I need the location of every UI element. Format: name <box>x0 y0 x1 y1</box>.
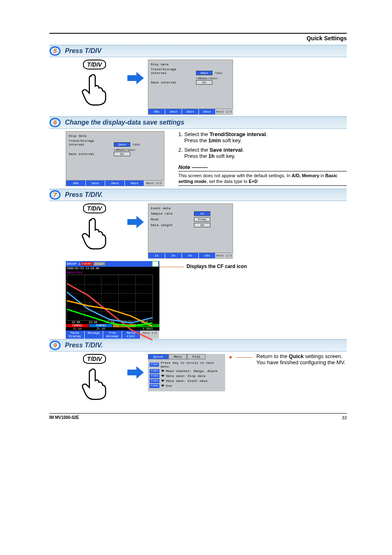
trend-screen: GROUP 1 EVENT 1hour 2008/01/23 13:58:08 … <box>66 261 159 335</box>
instr6-2: 2. Select the Save interval. Press the 1… <box>178 147 347 159</box>
softkey-10s[interactable]: 10s <box>199 253 216 258</box>
screen6-title: Disp data <box>69 134 161 138</box>
press-hand-icon <box>76 364 113 401</box>
screen5-row2-value[interactable]: 1h <box>196 80 212 85</box>
screen7-r3-label: Data length <box>151 223 194 227</box>
tdiv-chip-icon: T/DIV <box>150 384 159 388</box>
tdiv-chip-icon: T/DIV <box>150 374 159 378</box>
screen5-row1-value[interactable]: 1min <box>196 71 212 75</box>
screen7-r2-value[interactable]: Free <box>194 217 210 222</box>
softkey-next[interactable]: Next 1/3 <box>216 253 233 258</box>
trend-group: GROUP 1 <box>67 262 81 266</box>
tdiv-badge[interactable]: T/DIV <box>83 204 106 213</box>
softkey-5min[interactable]: 5min <box>125 180 145 186</box>
screen7-r3-value[interactable]: 1h <box>194 223 210 227</box>
screen6-row1-suffix: /div <box>132 143 140 146</box>
screen7-r2-label: Mode <box>151 217 194 221</box>
softkey-30s[interactable]: 30s <box>148 109 165 114</box>
tdiv-chip-icon: T/DIV <box>150 379 159 383</box>
arrow-right-icon <box>127 366 144 379</box>
callout9-line2: You have finished configuring the MV. <box>256 359 346 365</box>
svg-text:7: 7 <box>53 191 57 198</box>
trend-sub: 1min/div <box>66 270 159 275</box>
menu-item[interactable]: Meas channel: Range, Alarm <box>166 369 217 373</box>
disp-data-screen-5: Disp data Trend/Storage interval 1min /d… <box>148 60 233 115</box>
page-section-header: Quick Settings <box>49 35 347 42</box>
callout-line <box>236 357 252 358</box>
instr6-1: 1. Select the Trend/Storage interval. Pr… <box>178 131 347 143</box>
disp-data-screen-6: Disp data Trend/Storage interval 1min /d… <box>66 131 164 186</box>
screen5-row2-label: Save interval <box>151 81 194 84</box>
softkey-next[interactable]: Next 1/3 <box>144 180 164 186</box>
softkey-2s[interactable]: 2s <box>165 253 182 258</box>
trend-span-tag: 1hour <box>94 262 105 266</box>
step-5-title: Press T/DIV <box>65 47 101 55</box>
menu-item[interactable]: Data save: Event data <box>166 379 208 383</box>
tdiv-chip-icon: T/DIV <box>150 363 159 367</box>
softkey-1min[interactable]: 1min <box>165 109 182 114</box>
event-data-screen: Event data Sample rate1s ModeFree Data l… <box>148 204 233 259</box>
step-5-header: 5 Press T/DIV <box>49 45 347 57</box>
softkey-1min[interactable]: 1min <box>86 180 106 186</box>
tab-file[interactable]: File <box>187 354 205 359</box>
screen6-row2-value[interactable]: 1h <box>114 152 130 156</box>
callout-dot <box>229 356 232 358</box>
chevron-down-icon <box>161 385 164 387</box>
screen5-row1-suffix: /div <box>214 71 222 75</box>
tab-menu[interactable]: Menu <box>168 354 187 359</box>
svg-text:5: 5 <box>53 47 57 54</box>
svg-text:9: 9 <box>53 342 57 349</box>
chevron-down-icon <box>161 375 164 377</box>
screen6-row1-aux: <30dot/div> <box>114 148 161 152</box>
menu-hint: Press key to scroll to next menu. <box>161 361 224 368</box>
trend-timestamp: 2008/01/23 13:58:08 <box>66 267 159 270</box>
svg-text:6: 6 <box>53 119 57 126</box>
screen6-row1-value[interactable]: 1min <box>114 142 130 147</box>
softkey-next[interactable]: Next 1/3 <box>216 109 233 114</box>
note-text: This screen does not appear with the def… <box>178 173 347 185</box>
press-hand-icon <box>76 213 113 250</box>
chevron-down-icon <box>161 370 164 372</box>
step-7-title: Press T/DIV. <box>65 191 103 199</box>
tdiv-chip-icon: T/DIV <box>150 369 159 373</box>
softkey-5min[interactable]: 5min <box>199 109 216 114</box>
screen7-r1-value[interactable]: 1s <box>194 211 210 216</box>
cf-card-icon <box>152 261 159 267</box>
softkey-2min[interactable]: 2min <box>182 109 199 114</box>
screen5-row1-aux: <30dot/div> <box>196 76 230 80</box>
tdiv-badge[interactable]: T/DIV <box>83 60 106 69</box>
cf-card-callout: Displays the CF card icon <box>187 264 247 269</box>
step-number-6: 6 <box>49 118 62 127</box>
press-hand-icon <box>76 69 113 106</box>
menu-item[interactable]: End <box>166 384 172 388</box>
step-number-5: 5 <box>49 46 62 56</box>
screen5-row1-label: Trend/Storage interval <box>151 67 194 75</box>
step-7-header: 7 Press T/DIV. <box>49 189 347 201</box>
arrow-right-icon <box>127 72 144 84</box>
quick-menu-screen: Quick Menu File T/DIVPress key to scroll… <box>148 354 225 391</box>
menu-item[interactable]: Data save: Disp data <box>166 374 205 378</box>
chevron-down-icon <box>161 380 164 382</box>
screen7-title: Event data <box>151 206 230 210</box>
trend-chart <box>67 275 153 321</box>
step-number-9: 9 <box>49 340 62 350</box>
softkey-5s[interactable]: 5s <box>182 253 199 258</box>
screen6-row1-label: Trend/Storage interval <box>69 139 112 146</box>
trend-event-tag: EVENT <box>81 262 93 266</box>
step-number-7: 7 <box>49 190 62 200</box>
screen7-r1-label: Sample rate <box>151 212 194 215</box>
softkey-2min[interactable]: 2min <box>105 180 125 186</box>
footer-page-number: 33 <box>342 415 347 420</box>
arrow-right-icon <box>127 216 144 228</box>
step-6-title: Change the display-data save settings <box>65 119 184 126</box>
softkey-1s[interactable]: 1s <box>148 253 165 258</box>
step-6-header: 6 Change the display-data save settings <box>49 116 347 129</box>
footer-doc-id: IM MV1000-02E <box>49 415 79 420</box>
softkey-30s[interactable]: 30s <box>66 180 86 186</box>
callout9-line1: Return to the Quick settings screen. <box>256 353 346 359</box>
screen6-row2-label: Save interval <box>69 152 112 156</box>
note-label: Note ——— <box>178 164 347 170</box>
screen5-title: Disp data <box>151 62 230 66</box>
